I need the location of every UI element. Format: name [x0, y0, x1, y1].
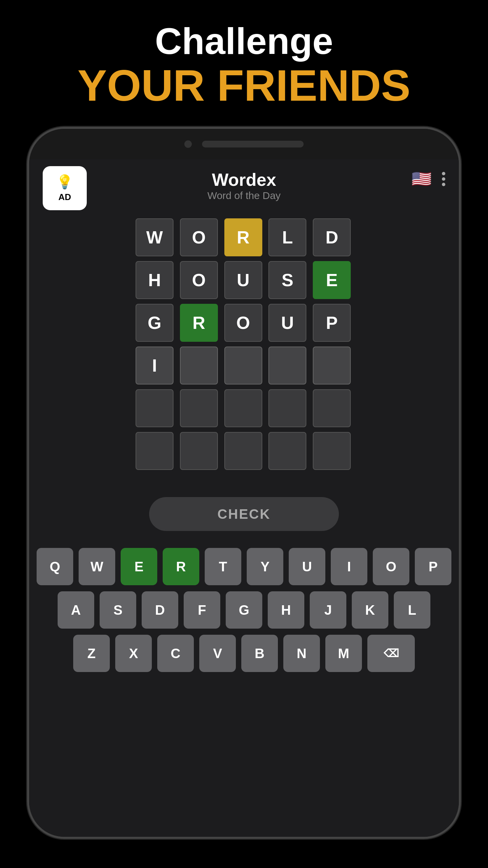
key-y[interactable]: Y [247, 548, 283, 585]
cell-r2c3: U [224, 261, 262, 299]
camera-dot [184, 140, 192, 148]
cell-r3c1: G [136, 304, 174, 342]
key-t[interactable]: T [205, 548, 241, 585]
cell-r4c2 [180, 347, 218, 384]
keyboard-row-1: Q W E R T Y U I O P [37, 548, 451, 585]
check-button[interactable]: CHECK [149, 497, 339, 531]
phone-frame: 💡 AD Wordex Word of the Day 🇺🇸 [27, 127, 461, 839]
cell-r6c5 [313, 432, 351, 470]
key-f[interactable]: F [184, 591, 220, 629]
cell-r5c1 [136, 389, 174, 427]
app-title: Wordex [207, 170, 281, 190]
cell-r3c5: P [313, 304, 351, 342]
game-grid: W O R L D H O U S E G R O U P I [129, 212, 359, 477]
cell-r1c4: L [268, 218, 306, 256]
bulb-icon: 💡 [56, 174, 73, 190]
app-content: 💡 AD Wordex Word of the Day 🇺🇸 [29, 159, 459, 837]
key-j[interactable]: J [310, 591, 346, 629]
key-m[interactable]: M [325, 635, 362, 672]
cell-r1c1: W [136, 218, 174, 256]
cell-r1c2: O [180, 218, 218, 256]
flag-icon[interactable]: 🇺🇸 [411, 170, 432, 189]
cell-r1c3: R [224, 218, 262, 256]
cell-r6c2 [180, 432, 218, 470]
app-title-block: Wordex Word of the Day [207, 170, 281, 201]
keyboard-row-3: Z X C V B N M ⌫ [73, 635, 415, 672]
cell-r5c4 [268, 389, 306, 427]
app-subtitle: Word of the Day [207, 190, 281, 201]
app-header: 💡 AD Wordex Word of the Day 🇺🇸 [29, 159, 459, 208]
cell-r4c5 [313, 347, 351, 384]
key-z[interactable]: Z [73, 635, 110, 672]
key-v[interactable]: V [199, 635, 236, 672]
cell-r6c3 [224, 432, 262, 470]
cell-r4c4 [268, 347, 306, 384]
key-k[interactable]: K [352, 591, 388, 629]
phone-top-bar [29, 129, 459, 159]
key-o[interactable]: O [373, 548, 409, 585]
key-x[interactable]: X [115, 635, 152, 672]
challenge-label: Challenge [78, 20, 410, 61]
cell-r2c2: O [180, 261, 218, 299]
cell-r5c5 [313, 389, 351, 427]
key-e[interactable]: E [121, 548, 157, 585]
cell-r3c2: R [180, 304, 218, 342]
cell-r2c5: E [313, 261, 351, 299]
key-h[interactable]: H [268, 591, 304, 629]
cell-r4c3 [224, 347, 262, 384]
menu-icon[interactable] [442, 172, 445, 186]
cell-r3c4: U [268, 304, 306, 342]
keyboard-row-2: A S D F G H J K L [58, 591, 430, 629]
ad-badge: 💡 AD [43, 166, 87, 210]
cell-r4c1: I [136, 347, 174, 384]
key-w[interactable]: W [79, 548, 115, 585]
phone-wrapper: 💡 AD Wordex Word of the Day 🇺🇸 [27, 127, 461, 839]
key-r[interactable]: R [163, 548, 199, 585]
key-a[interactable]: A [58, 591, 94, 629]
cell-r5c3 [224, 389, 262, 427]
friends-label: YOUR FRIENDS [78, 61, 410, 110]
key-q[interactable]: Q [37, 548, 73, 585]
header-block: Challenge YOUR FRIENDS [78, 20, 410, 110]
key-u[interactable]: U [289, 548, 325, 585]
keyboard: Q W E R T Y U I O P A S D F G [29, 548, 459, 672]
cell-r2c4: S [268, 261, 306, 299]
key-b[interactable]: B [241, 635, 278, 672]
speaker-bar [202, 141, 304, 147]
cell-r3c3: O [224, 304, 262, 342]
backspace-key[interactable]: ⌫ [367, 635, 415, 672]
cell-r6c4 [268, 432, 306, 470]
key-g[interactable]: G [226, 591, 262, 629]
key-c[interactable]: C [157, 635, 194, 672]
key-d[interactable]: D [142, 591, 178, 629]
key-p[interactable]: P [415, 548, 451, 585]
ad-label: AD [58, 192, 71, 202]
header-icons: 🇺🇸 [411, 170, 445, 189]
cell-r6c1 [136, 432, 174, 470]
cell-r1c5: D [313, 218, 351, 256]
key-n[interactable]: N [283, 635, 320, 672]
key-l[interactable]: L [394, 591, 430, 629]
side-button [459, 264, 461, 305]
key-i[interactable]: I [331, 548, 367, 585]
key-s[interactable]: S [100, 591, 136, 629]
cell-r5c2 [180, 389, 218, 427]
cell-r2c1: H [136, 261, 174, 299]
